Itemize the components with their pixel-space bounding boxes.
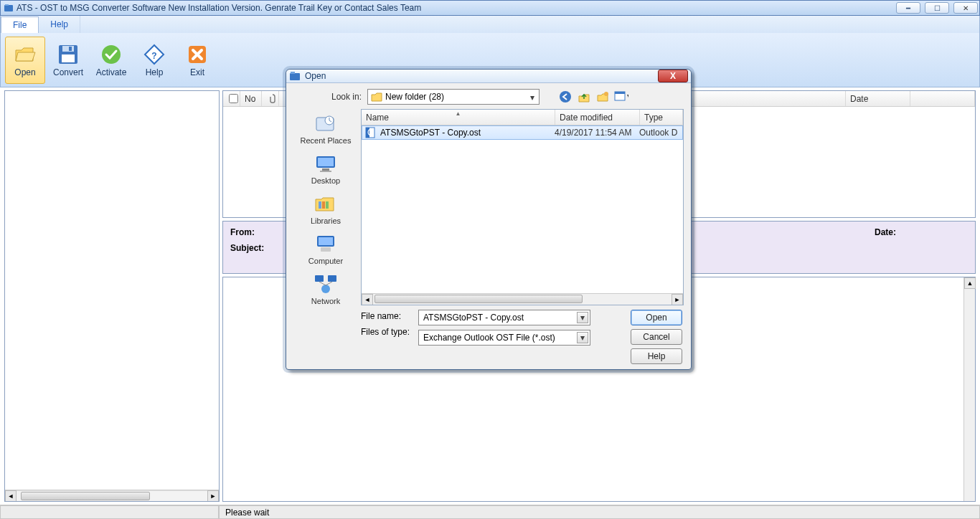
view-menu-button[interactable]: ▾ xyxy=(614,90,628,104)
svg-rect-10 xyxy=(291,72,295,74)
dialog-help-button[interactable]: Help xyxy=(631,348,682,364)
place-network-label: Network xyxy=(311,297,340,305)
detail-subject-label: Subject: xyxy=(230,243,264,253)
dialog-titlebar: Open X xyxy=(286,70,691,83)
ost-file-icon: O xyxy=(364,127,377,138)
file-col-type[interactable]: Type xyxy=(640,110,683,125)
scroll-right-icon[interactable]: ► xyxy=(207,490,219,502)
file-name: ATSMSGtoPST - Copy.ost xyxy=(380,128,555,138)
svg-rect-20 xyxy=(322,168,329,171)
scroll-thumb[interactable] xyxy=(21,492,150,500)
dialog-cancel-button[interactable]: Cancel xyxy=(631,329,682,345)
minimize-button[interactable]: ━ xyxy=(896,2,920,14)
help-button[interactable]: ? Help xyxy=(134,37,174,84)
svg-rect-29 xyxy=(328,275,336,282)
open-button[interactable]: Open xyxy=(5,37,45,84)
svg-rect-19 xyxy=(318,158,334,166)
exit-icon xyxy=(186,43,209,66)
body-scrollbar[interactable]: ▲ xyxy=(963,277,975,501)
activate-label: Activate xyxy=(96,67,127,77)
status-spacer xyxy=(0,505,219,519)
svg-rect-28 xyxy=(315,275,324,282)
select-all-checkbox[interactable] xyxy=(229,94,238,103)
dialog-open-button[interactable]: Open xyxy=(631,310,682,325)
statusbar: Please wait xyxy=(0,505,980,519)
scroll-up-icon[interactable]: ▲ xyxy=(964,277,976,289)
col-checkbox[interactable] xyxy=(223,91,240,106)
svg-rect-14 xyxy=(615,92,625,94)
detail-date-label: Date: xyxy=(875,227,896,237)
place-recent-label: Recent Places xyxy=(301,136,352,145)
file-row[interactable]: O ATSMSGtoPST - Copy.ost 4/19/2017 11:54… xyxy=(362,125,683,140)
help-icon: ? xyxy=(143,43,166,66)
place-network[interactable]: Network xyxy=(293,272,358,305)
svg-rect-27 xyxy=(321,247,331,252)
dialog-close-button[interactable]: X xyxy=(658,70,688,82)
svg-rect-4 xyxy=(62,54,75,62)
detail-from-label: From: xyxy=(230,227,255,237)
svg-rect-22 xyxy=(319,201,321,209)
exit-button[interactable]: Exit xyxy=(177,37,217,84)
checkmark-icon xyxy=(100,43,123,66)
filetype-value: Exchange Outlook OST File (*.ost) xyxy=(423,333,555,343)
filename-value: ATSMSGtoPST - Copy.ost xyxy=(423,313,524,323)
col-date[interactable]: Date xyxy=(846,91,910,106)
chevron-down-icon[interactable]: ▾ xyxy=(577,312,588,323)
activate-button[interactable]: Activate xyxy=(91,37,131,84)
svg-rect-1 xyxy=(5,4,9,6)
svg-point-30 xyxy=(321,285,330,293)
places-bar: Recent Places Desktop Libraries Computer… xyxy=(293,109,358,305)
tree-panel: ◄ ► xyxy=(4,90,220,502)
open-label: Open xyxy=(14,67,35,77)
menu-file[interactable]: File xyxy=(1,16,39,33)
lookin-select[interactable]: New folder (28) ▾ xyxy=(367,89,540,105)
filetype-select[interactable]: Exchange Outlook OST File (*.ost) ▾ xyxy=(418,330,590,346)
file-list: Name▲ Date modified Type O ATSMSGtoPST -… xyxy=(361,109,684,305)
tree-scrollbar[interactable]: ◄ ► xyxy=(5,490,219,501)
file-col-name[interactable]: Name▲ xyxy=(362,110,555,125)
convert-button[interactable]: Convert xyxy=(48,37,88,84)
scroll-left-icon[interactable]: ◄ xyxy=(5,490,17,502)
lookin-value: New folder (28) xyxy=(385,92,444,102)
scroll-thumb[interactable] xyxy=(374,295,583,303)
file-col-date[interactable]: Date modified xyxy=(555,110,640,125)
maximize-button[interactable]: ☐ xyxy=(925,2,949,14)
svg-text:O: O xyxy=(367,128,374,138)
titlebar: ATS - OST to MSG Converter Software New … xyxy=(0,0,980,16)
dialog-icon xyxy=(289,70,301,82)
libraries-icon xyxy=(312,192,339,215)
new-folder-button[interactable] xyxy=(595,90,610,104)
recent-places-icon xyxy=(312,112,339,135)
up-level-button[interactable] xyxy=(577,90,591,104)
folder-open-icon xyxy=(14,43,37,66)
file-list-scrollbar[interactable]: ◄ ► xyxy=(362,293,683,305)
place-desktop[interactable]: Desktop xyxy=(293,152,358,185)
menu-help[interactable]: Help xyxy=(39,16,80,33)
lookin-row: Look in: New folder (28) ▾ ▾ xyxy=(293,89,684,105)
svg-text:?: ? xyxy=(151,51,156,61)
filename-input[interactable]: ATSMSGtoPST - Copy.ost ▾ xyxy=(418,310,590,325)
scroll-right-icon[interactable]: ► xyxy=(672,294,683,305)
back-button[interactable] xyxy=(558,90,573,104)
col-attachment-icon[interactable] xyxy=(262,91,279,106)
sort-asc-icon: ▲ xyxy=(456,110,461,117)
scroll-left-icon[interactable]: ◄ xyxy=(362,294,373,305)
dialog-title: Open xyxy=(305,71,658,81)
svg-rect-23 xyxy=(322,201,325,209)
svg-rect-21 xyxy=(320,171,331,172)
status-message: Please wait xyxy=(219,505,980,519)
place-computer[interactable]: Computer xyxy=(293,232,358,265)
svg-rect-9 xyxy=(290,73,300,80)
close-button[interactable]: ✕ xyxy=(953,2,978,14)
col-no[interactable]: No xyxy=(240,91,262,106)
convert-label: Convert xyxy=(53,67,83,77)
desktop-icon xyxy=(312,152,339,175)
place-libraries[interactable]: Libraries xyxy=(293,192,358,225)
lookin-label: Look in: xyxy=(329,92,362,102)
chevron-down-icon[interactable]: ▾ xyxy=(577,332,588,343)
place-computer-label: Computer xyxy=(308,257,343,265)
chevron-down-icon[interactable]: ▾ xyxy=(527,92,537,103)
menubar: File Help xyxy=(0,16,980,33)
open-dialog: Open X Look in: New folder (28) ▾ ▾ xyxy=(286,69,692,370)
place-recent[interactable]: Recent Places xyxy=(293,112,358,145)
